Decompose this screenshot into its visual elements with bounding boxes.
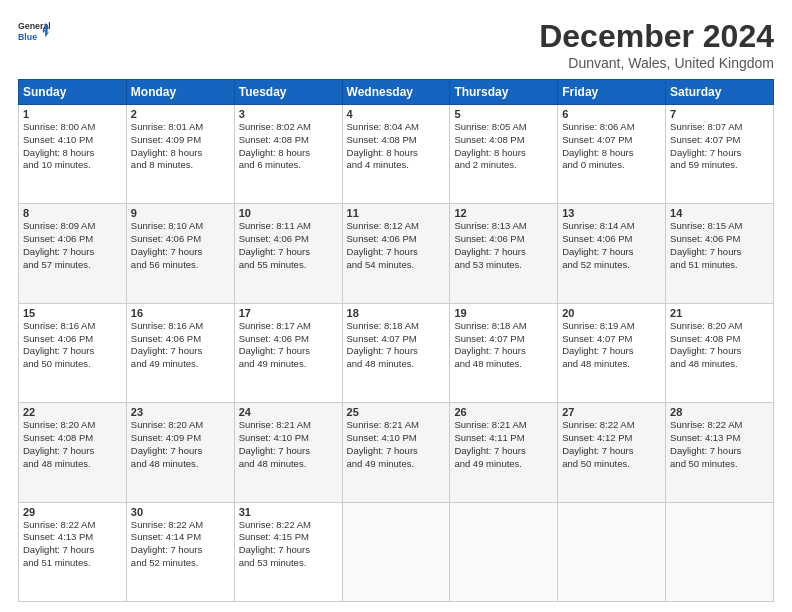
weekday-header-cell: Monday: [126, 80, 234, 105]
day-info: Sunrise: 8:00 AMSunset: 4:10 PMDaylight:…: [23, 121, 122, 172]
calendar-day-cell: [558, 502, 666, 601]
calendar-day-cell: 22Sunrise: 8:20 AMSunset: 4:08 PMDayligh…: [19, 403, 127, 502]
day-info: Sunrise: 8:20 AMSunset: 4:08 PMDaylight:…: [670, 320, 769, 371]
calendar-day-cell: 18Sunrise: 8:18 AMSunset: 4:07 PMDayligh…: [342, 303, 450, 402]
day-info: Sunrise: 8:15 AMSunset: 4:06 PMDaylight:…: [670, 220, 769, 271]
calendar-day-cell: 5Sunrise: 8:05 AMSunset: 4:08 PMDaylight…: [450, 105, 558, 204]
day-number: 4: [347, 108, 446, 120]
day-number: 8: [23, 207, 122, 219]
calendar-week-row: 1Sunrise: 8:00 AMSunset: 4:10 PMDaylight…: [19, 105, 774, 204]
day-info: Sunrise: 8:16 AMSunset: 4:06 PMDaylight:…: [23, 320, 122, 371]
calendar-day-cell: 23Sunrise: 8:20 AMSunset: 4:09 PMDayligh…: [126, 403, 234, 502]
day-number: 25: [347, 406, 446, 418]
calendar-day-cell: 13Sunrise: 8:14 AMSunset: 4:06 PMDayligh…: [558, 204, 666, 303]
calendar-day-cell: 16Sunrise: 8:16 AMSunset: 4:06 PMDayligh…: [126, 303, 234, 402]
logo: General Blue: [18, 18, 54, 50]
day-info: Sunrise: 8:22 AMSunset: 4:13 PMDaylight:…: [670, 419, 769, 470]
day-info: Sunrise: 8:10 AMSunset: 4:06 PMDaylight:…: [131, 220, 230, 271]
day-info: Sunrise: 8:22 AMSunset: 4:14 PMDaylight:…: [131, 519, 230, 570]
day-number: 14: [670, 207, 769, 219]
day-number: 15: [23, 307, 122, 319]
day-number: 23: [131, 406, 230, 418]
day-info: Sunrise: 8:07 AMSunset: 4:07 PMDaylight:…: [670, 121, 769, 172]
weekday-header-row: SundayMondayTuesdayWednesdayThursdayFrid…: [19, 80, 774, 105]
day-info: Sunrise: 8:17 AMSunset: 4:06 PMDaylight:…: [239, 320, 338, 371]
calendar-day-cell: 4Sunrise: 8:04 AMSunset: 4:08 PMDaylight…: [342, 105, 450, 204]
calendar-day-cell: 2Sunrise: 8:01 AMSunset: 4:09 PMDaylight…: [126, 105, 234, 204]
calendar-day-cell: 25Sunrise: 8:21 AMSunset: 4:10 PMDayligh…: [342, 403, 450, 502]
day-number: 12: [454, 207, 553, 219]
day-info: Sunrise: 8:01 AMSunset: 4:09 PMDaylight:…: [131, 121, 230, 172]
day-number: 29: [23, 506, 122, 518]
calendar-day-cell: 10Sunrise: 8:11 AMSunset: 4:06 PMDayligh…: [234, 204, 342, 303]
title-block: December 2024 Dunvant, Wales, United Kin…: [539, 18, 774, 71]
location: Dunvant, Wales, United Kingdom: [539, 55, 774, 71]
day-number: 10: [239, 207, 338, 219]
day-info: Sunrise: 8:02 AMSunset: 4:08 PMDaylight:…: [239, 121, 338, 172]
day-number: 18: [347, 307, 446, 319]
page: General Blue December 2024 Dunvant, Wale…: [0, 0, 792, 612]
calendar-week-row: 15Sunrise: 8:16 AMSunset: 4:06 PMDayligh…: [19, 303, 774, 402]
calendar-day-cell: 30Sunrise: 8:22 AMSunset: 4:14 PMDayligh…: [126, 502, 234, 601]
calendar-day-cell: 26Sunrise: 8:21 AMSunset: 4:11 PMDayligh…: [450, 403, 558, 502]
day-info: Sunrise: 8:13 AMSunset: 4:06 PMDaylight:…: [454, 220, 553, 271]
weekday-header-cell: Thursday: [450, 80, 558, 105]
day-info: Sunrise: 8:22 AMSunset: 4:15 PMDaylight:…: [239, 519, 338, 570]
calendar-day-cell: 8Sunrise: 8:09 AMSunset: 4:06 PMDaylight…: [19, 204, 127, 303]
weekday-header-cell: Saturday: [666, 80, 774, 105]
day-number: 16: [131, 307, 230, 319]
calendar-week-row: 22Sunrise: 8:20 AMSunset: 4:08 PMDayligh…: [19, 403, 774, 502]
day-number: 28: [670, 406, 769, 418]
calendar-day-cell: 14Sunrise: 8:15 AMSunset: 4:06 PMDayligh…: [666, 204, 774, 303]
day-number: 22: [23, 406, 122, 418]
day-number: 1: [23, 108, 122, 120]
day-info: Sunrise: 8:21 AMSunset: 4:10 PMDaylight:…: [239, 419, 338, 470]
calendar-day-cell: 6Sunrise: 8:06 AMSunset: 4:07 PMDaylight…: [558, 105, 666, 204]
weekday-header-cell: Wednesday: [342, 80, 450, 105]
day-number: 31: [239, 506, 338, 518]
day-info: Sunrise: 8:20 AMSunset: 4:08 PMDaylight:…: [23, 419, 122, 470]
calendar-day-cell: 27Sunrise: 8:22 AMSunset: 4:12 PMDayligh…: [558, 403, 666, 502]
day-info: Sunrise: 8:04 AMSunset: 4:08 PMDaylight:…: [347, 121, 446, 172]
day-info: Sunrise: 8:20 AMSunset: 4:09 PMDaylight:…: [131, 419, 230, 470]
calendar-day-cell: 7Sunrise: 8:07 AMSunset: 4:07 PMDaylight…: [666, 105, 774, 204]
calendar-day-cell: 19Sunrise: 8:18 AMSunset: 4:07 PMDayligh…: [450, 303, 558, 402]
day-number: 7: [670, 108, 769, 120]
day-info: Sunrise: 8:14 AMSunset: 4:06 PMDaylight:…: [562, 220, 661, 271]
calendar-day-cell: [342, 502, 450, 601]
calendar-day-cell: [666, 502, 774, 601]
day-info: Sunrise: 8:21 AMSunset: 4:11 PMDaylight:…: [454, 419, 553, 470]
calendar-table: SundayMondayTuesdayWednesdayThursdayFrid…: [18, 79, 774, 602]
day-number: 21: [670, 307, 769, 319]
calendar-day-cell: 20Sunrise: 8:19 AMSunset: 4:07 PMDayligh…: [558, 303, 666, 402]
day-info: Sunrise: 8:21 AMSunset: 4:10 PMDaylight:…: [347, 419, 446, 470]
calendar-week-row: 29Sunrise: 8:22 AMSunset: 4:13 PMDayligh…: [19, 502, 774, 601]
day-number: 27: [562, 406, 661, 418]
svg-text:Blue: Blue: [18, 32, 37, 42]
day-info: Sunrise: 8:22 AMSunset: 4:12 PMDaylight:…: [562, 419, 661, 470]
day-number: 24: [239, 406, 338, 418]
weekday-header-cell: Friday: [558, 80, 666, 105]
day-number: 26: [454, 406, 553, 418]
calendar-day-cell: 24Sunrise: 8:21 AMSunset: 4:10 PMDayligh…: [234, 403, 342, 502]
calendar-day-cell: 1Sunrise: 8:00 AMSunset: 4:10 PMDaylight…: [19, 105, 127, 204]
day-number: 20: [562, 307, 661, 319]
day-number: 6: [562, 108, 661, 120]
calendar-day-cell: 9Sunrise: 8:10 AMSunset: 4:06 PMDaylight…: [126, 204, 234, 303]
day-info: Sunrise: 8:18 AMSunset: 4:07 PMDaylight:…: [454, 320, 553, 371]
day-info: Sunrise: 8:18 AMSunset: 4:07 PMDaylight:…: [347, 320, 446, 371]
calendar-day-cell: 12Sunrise: 8:13 AMSunset: 4:06 PMDayligh…: [450, 204, 558, 303]
calendar-day-cell: 17Sunrise: 8:17 AMSunset: 4:06 PMDayligh…: [234, 303, 342, 402]
weekday-header-cell: Tuesday: [234, 80, 342, 105]
day-info: Sunrise: 8:05 AMSunset: 4:08 PMDaylight:…: [454, 121, 553, 172]
month-title: December 2024: [539, 18, 774, 55]
logo-icon: General Blue: [18, 18, 50, 50]
calendar-day-cell: 15Sunrise: 8:16 AMSunset: 4:06 PMDayligh…: [19, 303, 127, 402]
day-info: Sunrise: 8:06 AMSunset: 4:07 PMDaylight:…: [562, 121, 661, 172]
calendar-week-row: 8Sunrise: 8:09 AMSunset: 4:06 PMDaylight…: [19, 204, 774, 303]
day-number: 2: [131, 108, 230, 120]
calendar-day-cell: 29Sunrise: 8:22 AMSunset: 4:13 PMDayligh…: [19, 502, 127, 601]
day-number: 3: [239, 108, 338, 120]
day-number: 19: [454, 307, 553, 319]
day-number: 13: [562, 207, 661, 219]
